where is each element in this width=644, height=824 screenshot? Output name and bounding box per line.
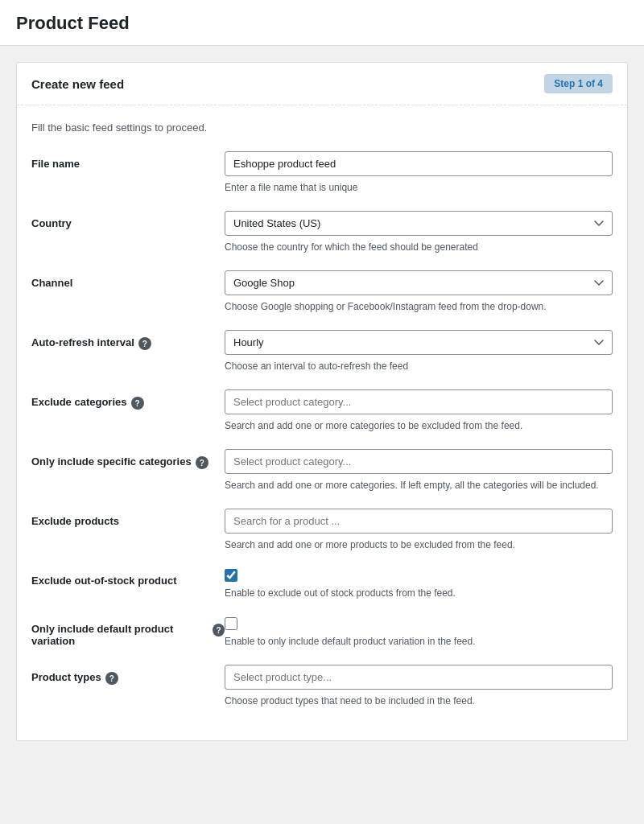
- exclude-categories-help-icon[interactable]: ?: [131, 397, 144, 410]
- exclude-out-of-stock-checkbox[interactable]: [225, 569, 237, 582]
- file-name-label: File name: [31, 151, 225, 170]
- page-title: Product Feed: [16, 13, 628, 34]
- auto-refresh-row: Auto-refresh interval ? Hourly Daily Wee…: [31, 330, 613, 373]
- auto-refresh-select[interactable]: Hourly Daily Weekly Monthly: [225, 330, 613, 355]
- exclude-out-of-stock-field: Enable to exclude out of stock products …: [225, 568, 613, 600]
- include-categories-field: Search and add one or more categories. I…: [225, 449, 613, 492]
- exclude-out-of-stock-row: Exclude out-of-stock product Enable to e…: [31, 568, 613, 600]
- include-categories-label: Only include specific categories ?: [31, 449, 225, 469]
- product-types-hint: Choose product types that need to be inc…: [225, 694, 613, 708]
- auto-refresh-field: Hourly Daily Weekly Monthly Choose an in…: [225, 330, 613, 373]
- channel-select[interactable]: Google Shop Facebook/Instagram: [225, 270, 613, 295]
- product-types-help-icon[interactable]: ?: [105, 672, 118, 685]
- include-categories-row: Only include specific categories ? Searc…: [31, 449, 613, 492]
- channel-hint: Choose Google shopping or Facebook/Insta…: [225, 299, 613, 314]
- exclude-categories-input[interactable]: [225, 389, 613, 414]
- channel-field: Google Shop Facebook/Instagram Choose Go…: [225, 270, 613, 314]
- country-field: United States (US) United Kingdom (UK) C…: [225, 211, 613, 254]
- exclude-out-of-stock-hint: Enable to exclude out of stock products …: [225, 586, 613, 600]
- card-header: Create new feed Step 1 of 4: [17, 63, 627, 105]
- exclude-products-row: Exclude products Search and add one or m…: [31, 509, 613, 552]
- exclude-products-field: Search and add one or more products to b…: [225, 509, 613, 552]
- include-default-variation-label: Only include default product variation ?: [31, 616, 225, 647]
- card-title: Create new feed: [31, 77, 124, 91]
- exclude-out-of-stock-checkbox-row: [225, 568, 613, 582]
- include-default-variation-row: Only include default product variation ?…: [31, 616, 613, 649]
- page-header: Product Feed: [0, 0, 644, 46]
- product-types-field: Choose product types that need to be inc…: [225, 665, 613, 708]
- product-types-input[interactable]: [225, 665, 613, 690]
- file-name-field: Enter a file name that is unique: [225, 151, 613, 195]
- file-name-input[interactable]: [225, 151, 613, 176]
- form-subtitle: Fill the basic feed settings to proceed.: [31, 122, 613, 134]
- exclude-categories-label: Exclude categories ?: [31, 389, 225, 410]
- include-categories-hint: Search and add one or more categories. I…: [225, 478, 613, 492]
- exclude-categories-field: Search and add one or more categories to…: [225, 389, 613, 433]
- auto-refresh-hint: Choose an interval to auto-refresh the f…: [225, 359, 613, 373]
- channel-row: Channel Google Shop Facebook/Instagram C…: [31, 270, 613, 314]
- country-hint: Choose the country for which the feed sh…: [225, 240, 613, 254]
- product-types-row: Product types ? Choose product types tha…: [31, 665, 613, 708]
- exclude-products-hint: Search and add one or more products to b…: [225, 538, 613, 552]
- file-name-hint: Enter a file name that is unique: [225, 180, 613, 195]
- step-badge: Step 1 of 4: [544, 74, 613, 93]
- content-area: Create new feed Step 1 of 4 Fill the bas…: [0, 46, 644, 757]
- include-categories-help-icon[interactable]: ?: [196, 456, 208, 469]
- include-default-variation-hint: Enable to only include default product v…: [225, 634, 613, 649]
- product-types-label: Product types ?: [31, 665, 225, 685]
- auto-refresh-label: Auto-refresh interval ?: [31, 330, 225, 350]
- exclude-categories-hint: Search and add one or more categories to…: [225, 418, 613, 433]
- include-default-variation-checkbox[interactable]: [225, 617, 237, 630]
- include-categories-input[interactable]: [225, 449, 613, 474]
- file-name-row: File name Enter a file name that is uniq…: [31, 151, 613, 195]
- country-select[interactable]: United States (US) United Kingdom (UK) C…: [225, 211, 613, 236]
- country-row: Country United States (US) United Kingdo…: [31, 211, 613, 254]
- include-default-variation-field: Enable to only include default product v…: [225, 616, 613, 649]
- exclude-out-of-stock-label: Exclude out-of-stock product: [31, 568, 225, 587]
- include-default-variation-checkbox-row: [225, 616, 613, 630]
- card-body: Fill the basic feed settings to proceed.…: [17, 105, 627, 740]
- country-label: Country: [31, 211, 225, 229]
- exclude-products-input[interactable]: [225, 509, 613, 534]
- exclude-categories-row: Exclude categories ? Search and add one …: [31, 389, 613, 433]
- form-card: Create new feed Step 1 of 4 Fill the bas…: [16, 62, 628, 741]
- auto-refresh-help-icon[interactable]: ?: [138, 337, 151, 350]
- exclude-products-label: Exclude products: [31, 509, 225, 527]
- include-default-variation-help-icon[interactable]: ?: [213, 624, 225, 637]
- channel-label: Channel: [31, 270, 225, 289]
